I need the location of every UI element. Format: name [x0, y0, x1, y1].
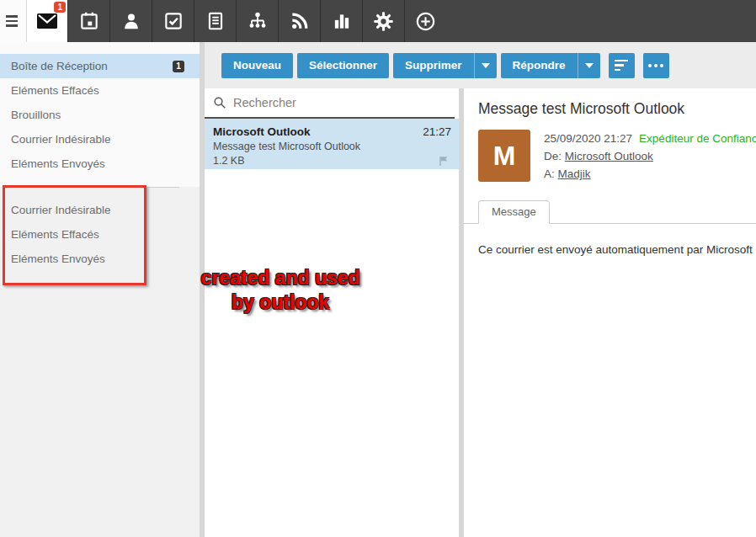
delete-button-group: Supprimer [393, 53, 497, 78]
delete-dropdown-button[interactable] [474, 53, 497, 78]
message-tabs: Message [464, 200, 756, 224]
app-window: 1 [0, 0, 756, 537]
sidebar-item-deleted[interactable]: Eléments Effacés [0, 78, 200, 103]
folder-label: Eléments Envoyés [11, 157, 105, 170]
message-subject: Message test Microsoft Outlook [213, 141, 451, 152]
action-toolbar: Nouveau Sélectionner Supprimer Répondre [205, 42, 756, 88]
content-row: Microsoft Outlook 21:27 Message test Mic… [205, 88, 756, 537]
flag-icon[interactable] [439, 156, 449, 167]
account-folder-list: Boîte de Réception 1 Eléments Effacés Br… [0, 42, 200, 187]
notes-icon [205, 10, 226, 32]
folder-label: Eléments Effacés [11, 228, 99, 241]
tab-notes[interactable] [194, 0, 236, 42]
sort-button[interactable] [609, 53, 635, 78]
toolbar-tabs [67, 0, 756, 42]
message-header: M 25/09/2020 21:27Expéditeur de Confianc… [478, 130, 756, 183]
message-size: 1.2 KB [213, 155, 245, 167]
new-button[interactable]: Nouveau [221, 53, 293, 78]
outlook-folder-list: Courrier Indésirable Eléments Effacés El… [0, 187, 200, 271]
tab-message[interactable]: Message [478, 200, 550, 224]
message-list-item[interactable]: Microsoft Outlook 21:27 Message test Mic… [205, 119, 459, 169]
folder-label: Courrier Indésirable [11, 133, 111, 146]
reply-button-group: Répondre [501, 53, 600, 78]
tab-tasks[interactable] [152, 0, 194, 42]
sidebar-item-drafts[interactable]: Brouillons [0, 103, 200, 127]
calendar-icon [78, 10, 100, 32]
tab-settings[interactable] [362, 0, 404, 42]
person-icon [120, 10, 142, 32]
reading-pane: Message test Microsoft Outlook M 25/09/2… [464, 88, 756, 537]
sidebar-item-junk[interactable]: Courrier Indésirable [0, 127, 200, 152]
message-list: Microsoft Outlook 21:27 Message test Mic… [205, 88, 459, 537]
message-body: Ce courrier est envoyé automatiquement p… [478, 243, 756, 256]
bar-chart-icon [331, 10, 353, 32]
sidebar-item-inbox[interactable]: Boîte de Réception 1 [0, 54, 200, 78]
message-sender: Microsoft Outlook [213, 125, 311, 138]
select-button[interactable]: Sélectionner [297, 53, 389, 78]
folder-sidebar: Boîte de Réception 1 Eléments Effacés Br… [0, 42, 200, 537]
folder-label: Courrier Indésirable [11, 204, 111, 216]
ellipsis-icon [648, 64, 652, 67]
trusted-sender-label: Expéditeur de Confiance [639, 132, 756, 145]
sidebar-item-junk-outlook[interactable]: Courrier Indésirable [0, 198, 200, 222]
folder-label: Boîte de Réception [11, 60, 108, 72]
sort-icon [615, 60, 628, 62]
search-bar [205, 88, 455, 119]
folder-label: Eléments Effacés [11, 84, 99, 97]
chevron-down-icon [585, 63, 594, 68]
search-input[interactable] [233, 96, 448, 109]
hamburger-icon [6, 15, 18, 18]
tab-calendar[interactable] [67, 0, 109, 42]
tab-contacts[interactable] [109, 0, 152, 42]
menu-button[interactable] [0, 0, 27, 42]
sidebar-item-sent[interactable]: Eléments Envoyés [0, 152, 200, 176]
tab-rss[interactable] [278, 0, 320, 42]
message-title: Message test Microsoft Outlook [478, 100, 756, 118]
folder-label: Eléments Envoyés [11, 253, 105, 265]
unread-count-badge: 1 [54, 2, 66, 13]
to-label: A: [544, 167, 555, 180]
folder-label: Brouillons [11, 109, 61, 121]
message-date: 25/09/2020 21:27 [544, 132, 632, 145]
from-line: De: Microsoft Outlook [544, 147, 756, 165]
tab-stats[interactable] [320, 0, 362, 42]
main-area: Boîte de Réception 1 Eléments Effacés Br… [0, 42, 756, 537]
unread-badge: 1 [173, 61, 184, 72]
hierarchy-icon [247, 10, 269, 32]
from-label: De: [544, 150, 562, 162]
tab-mail[interactable]: 1 [27, 0, 67, 42]
avatar: M [478, 130, 530, 182]
more-button[interactable] [643, 53, 669, 78]
to-line: A: Madjik [544, 165, 756, 183]
sidebar-item-deleted-outlook[interactable]: Eléments Effacés [0, 222, 200, 247]
top-toolbar: 1 [0, 0, 756, 42]
sidebar-item-sent-outlook[interactable]: Eléments Envoyés [0, 247, 200, 271]
message-time: 21:27 [423, 125, 451, 138]
to-link[interactable]: Madjik [558, 167, 591, 180]
search-icon [213, 96, 226, 109]
rss-icon [289, 10, 311, 32]
mail-region: Nouveau Sélectionner Supprimer Répondre [205, 42, 756, 537]
reply-dropdown-button[interactable] [578, 53, 600, 78]
chevron-down-icon [482, 63, 490, 68]
sidebar-separator [8, 187, 179, 188]
mail-icon [36, 11, 58, 31]
tab-add-account[interactable] [404, 0, 446, 42]
gear-icon [372, 10, 395, 33]
tab-org[interactable] [236, 0, 278, 42]
delete-button[interactable]: Supprimer [393, 53, 474, 78]
task-check-icon [162, 10, 184, 32]
reply-button[interactable]: Répondre [501, 53, 578, 78]
date-line: 25/09/2020 21:27Expéditeur de Confiance [544, 130, 756, 147]
plus-circle-icon [414, 10, 437, 33]
from-link[interactable]: Microsoft Outlook [565, 150, 653, 162]
